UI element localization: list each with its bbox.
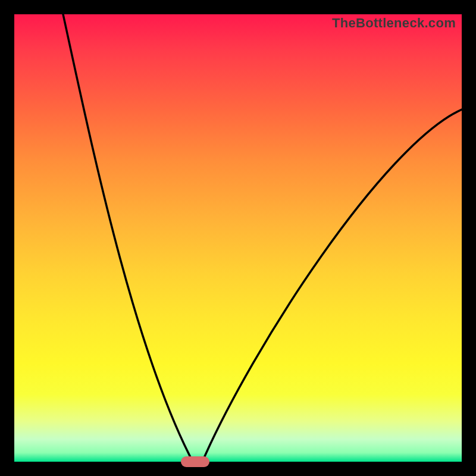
bottleneck-curve xyxy=(14,14,462,462)
curve-left-branch xyxy=(63,14,193,462)
optimal-point-marker xyxy=(181,456,209,467)
curve-right-branch xyxy=(202,109,462,462)
chart-plot-area: TheBottleneck.com xyxy=(14,14,462,462)
